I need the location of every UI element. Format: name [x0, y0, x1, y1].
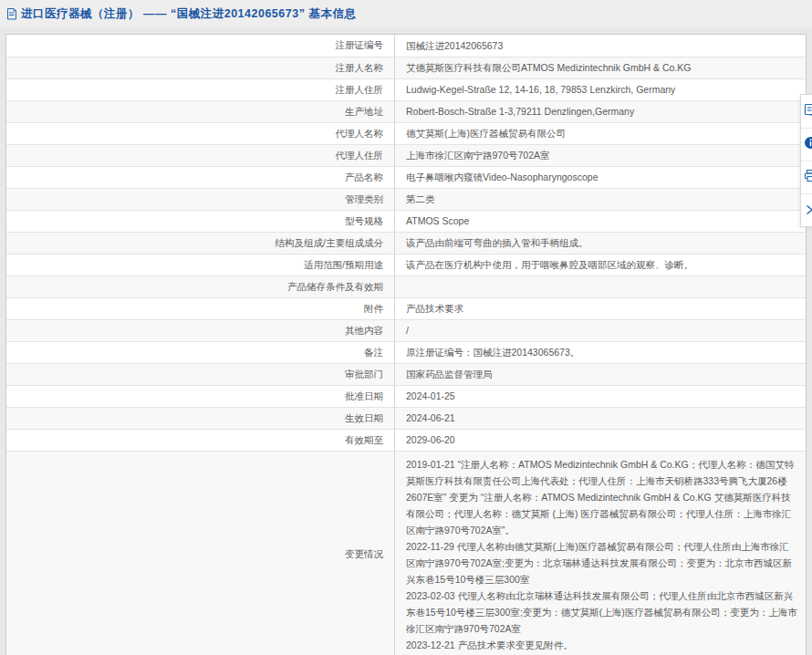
row-label: 生效日期: [6, 408, 395, 429]
page: { "header": { "icon": "document-icon", "…: [0, 0, 812, 655]
row-value: 2019-01-21 “注册人名称：ATMOS Medizintechnik G…: [395, 452, 806, 655]
table-row: 型号规格ATMOS Scope: [6, 210, 806, 232]
row-label-text: 变更情况: [345, 548, 383, 561]
table-row: 批准日期2024-01-25: [6, 385, 806, 407]
table-row: 代理人名称德艾莫斯(上海)医疗器械贸易有限公司: [6, 122, 806, 144]
toolbar-button-info[interactable]: [801, 128, 812, 161]
page-title: 进口医疗器械（注册） —— “国械注进20142065673” 基本信息: [21, 6, 356, 22]
row-label: 适用范围/预期用途: [6, 255, 395, 276]
row-label-text: 代理人名称: [336, 128, 384, 140]
toolbar-button-chevron-right[interactable]: [801, 193, 812, 226]
table-row: 生效日期2024-06-21: [6, 407, 806, 429]
row-label-text: 批准日期: [345, 390, 383, 403]
row-value: 艾德莫斯医疗科技有限公司ATMOS Medizintechnik GmbH & …: [395, 57, 806, 78]
info-table: 注册证编号国械注进20142065673注册人名称艾德莫斯医疗科技有限公司ATM…: [5, 34, 807, 655]
row-label: 注册人名称: [6, 57, 395, 78]
table-row: 产品名称电子鼻咽喉内窥镜Video-Nasopharyngoscope: [6, 166, 806, 188]
row-label-text: 其他内容: [345, 325, 383, 338]
page-header: 进口医疗器械（注册） —— “国械注进20142065673” 基本信息: [0, 0, 812, 27]
row-label: 结构及组成/主要组成成分: [6, 233, 395, 254]
table-row: 其他内容/: [6, 319, 806, 341]
row-value: /: [395, 320, 806, 341]
change-history-paragraph: 2022-11-29 代理人名称由德艾莫斯(上海)医疗器械贸易有限公司；代理人住…: [406, 538, 798, 587]
row-label-text: 代理人住所: [336, 150, 384, 162]
row-label-text: 适用范围/预期用途: [304, 259, 383, 272]
row-label-text: 注册证编号: [336, 39, 384, 52]
side-toolbar: [800, 94, 812, 227]
row-label-text: 结构及组成/主要组成成分: [276, 237, 383, 250]
row-label: 产品名称: [6, 167, 395, 188]
row-label: 批准日期: [6, 386, 395, 407]
row-label-text: 生产地址: [345, 106, 383, 119]
table-row: 附件产品技术要求: [6, 297, 806, 319]
row-label: 代理人名称: [6, 123, 395, 144]
table-row: 代理人住所上海市徐汇区南宁路970号702A室: [6, 144, 806, 166]
toolbar-button-compare-document[interactable]: [801, 95, 812, 128]
row-value: 2029-06-20: [395, 430, 806, 451]
change-history-paragraph: 2023-02-03 代理人名称由北京瑞林通达科技发展有限公司；代理人住所由北京…: [406, 587, 798, 637]
row-value: 该产品在医疗机构中使用，用于咽喉鼻腔及咽部区域的观察、诊断。: [395, 255, 806, 276]
row-value: 国械注进20142065673: [395, 35, 806, 57]
table-row: 管理类别第二类: [6, 188, 806, 210]
row-label: 注册证编号: [6, 35, 395, 57]
row-label: 产品储存条件及有效期: [6, 276, 395, 297]
row-label: 其他内容: [6, 320, 395, 341]
row-label: 注册人住所: [6, 79, 395, 100]
row-label-text: 产品储存条件及有效期: [287, 281, 383, 294]
row-value: 产品技术要求: [395, 298, 806, 319]
table-row: 有效期至2029-06-20: [6, 429, 806, 451]
row-label: 审批部门: [6, 364, 395, 385]
table-row: 注册证编号国械注进20142065673: [6, 35, 806, 57]
row-label-text: 注册人名称: [336, 62, 384, 75]
table-row: 注册人名称艾德莫斯医疗科技有限公司ATMOS Medizintechnik Gm…: [6, 57, 806, 78]
row-value: 该产品由前端可弯曲的插入管和手柄组成。: [395, 233, 806, 254]
row-value: ATMOS Scope: [395, 211, 806, 232]
row-label: 有效期至: [6, 430, 395, 451]
row-value: 原注册证编号：国械注进20143065673。: [395, 342, 806, 363]
table-row: 注册人住所Ludwig-Kegel-Straße 12, 14-16, 18, …: [6, 78, 806, 100]
row-label-text: 生效日期: [345, 412, 383, 425]
info-icon: [804, 136, 812, 153]
row-label: 变更情况: [6, 452, 395, 655]
row-label: 备注: [6, 342, 395, 363]
row-value: 国家药品监督管理局: [395, 364, 806, 385]
row-label-text: 备注: [364, 347, 383, 359]
row-label-text: 注册人住所: [336, 84, 384, 97]
row-label: 生产地址: [6, 101, 395, 122]
row-value: 德艾莫斯(上海)医疗器械贸易有限公司: [395, 123, 806, 144]
change-history-paragraph: 2023-12-21 产品技术要求变更见附件。: [406, 637, 573, 653]
row-label: 附件: [6, 298, 395, 319]
row-label-text: 有效期至: [345, 434, 383, 447]
table-row: 生产地址Robert-Bosch-Straße 1-3,79211 Denzli…: [6, 100, 806, 122]
compare-document-icon: [804, 103, 812, 120]
table-row: 备注原注册证编号：国械注进20143065673。: [6, 341, 806, 363]
table-row: 变更情况2019-01-21 “注册人名称：ATMOS Medizintechn…: [6, 451, 806, 655]
chevron-right-icon: [804, 203, 812, 219]
row-label: 代理人住所: [6, 145, 395, 166]
row-value: 上海市徐汇区南宁路970号702A室: [395, 145, 806, 166]
change-history-paragraph: 2019-01-21 “注册人名称：ATMOS Medizintechnik G…: [406, 456, 798, 538]
row-label: 型号规格: [6, 211, 395, 232]
toolbar-button-printer[interactable]: [801, 161, 812, 193]
row-label-text: 管理类别: [345, 193, 383, 206]
document-icon: [6, 8, 17, 20]
row-value: 电子鼻咽喉内窥镜Video-Nasopharyngoscope: [395, 167, 806, 188]
row-value: 2024-01-25: [395, 386, 806, 407]
row-label-text: 型号规格: [345, 215, 383, 228]
row-value: Ludwig-Kegel-Straße 12, 14-16, 18, 79853…: [395, 79, 806, 100]
table-row: 结构及组成/主要组成成分该产品由前端可弯曲的插入管和手柄组成。: [6, 232, 806, 254]
table-row: 审批部门国家药品监督管理局: [6, 363, 806, 385]
printer-icon: [804, 169, 812, 186]
row-label: 管理类别: [6, 189, 395, 210]
table-row: 适用范围/预期用途该产品在医疗机构中使用，用于咽喉鼻腔及咽部区域的观察、诊断。: [6, 254, 806, 276]
row-value: 2024-06-21: [395, 408, 806, 429]
row-value: [395, 276, 806, 297]
row-value: 第二类: [395, 189, 806, 210]
row-label-text: 产品名称: [345, 172, 383, 184]
row-label-text: 审批部门: [345, 369, 383, 381]
row-label-text: 附件: [364, 303, 383, 316]
row-value: Robert-Bosch-Straße 1-3,79211 Denzlingen…: [395, 101, 806, 122]
table-row: 产品储存条件及有效期: [6, 276, 806, 297]
